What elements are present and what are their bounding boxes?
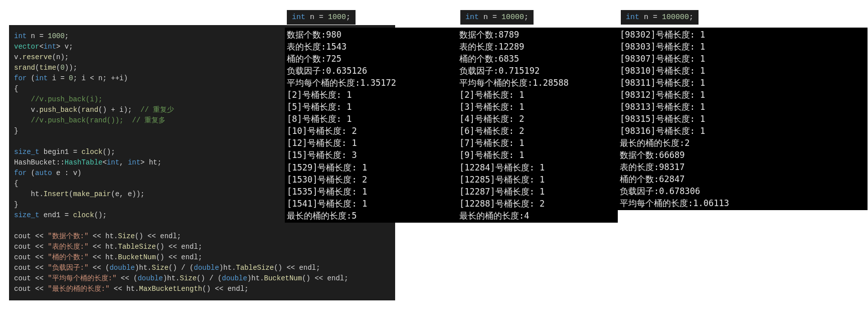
code-text: { bbox=[14, 180, 18, 188]
console-output-1000-bottom: [1529]号桶长度: 1 [1530]号桶长度: 2 [1535]号桶长度: … bbox=[285, 160, 457, 223]
code-text: ; bbox=[689, 13, 693, 22]
console-output-1000-top: 数据个数:980 表的长度:1543 桶的个数:725 负载因子:0.63512… bbox=[285, 28, 457, 162]
function: srand bbox=[14, 64, 35, 72]
code-text: << ht. bbox=[88, 253, 118, 261]
code-text: cout << bbox=[14, 274, 48, 282]
function: TableSize bbox=[236, 264, 274, 272]
function: Size bbox=[151, 264, 168, 272]
string-literal: "数据个数:" bbox=[48, 232, 88, 240]
function: BucketNum bbox=[118, 253, 156, 261]
type: HashTable bbox=[65, 158, 103, 166]
keyword: int bbox=[14, 32, 27, 40]
keyword: double bbox=[194, 264, 219, 272]
code-text: ; bbox=[65, 32, 69, 40]
code-text: HashBucket:: bbox=[14, 158, 65, 166]
keyword: auto bbox=[35, 169, 52, 177]
code-text: () / ( bbox=[168, 264, 194, 272]
string-literal: "桶的个数:" bbox=[48, 253, 88, 261]
code-text: << ht. bbox=[88, 232, 118, 240]
keyword: int bbox=[128, 158, 140, 166]
string-literal: "最长的桶的长度:" bbox=[48, 285, 109, 293]
type: vector bbox=[14, 43, 39, 51]
code-text: cout << bbox=[14, 264, 48, 272]
code-text: < bbox=[39, 43, 43, 51]
number-literal: 100000 bbox=[662, 13, 689, 22]
code-text: > ht; bbox=[140, 158, 161, 166]
console-output-10000-bottom: [12284]号桶长度: 1 [12285]号桶长度: 1 [12287]号桶长… bbox=[457, 160, 618, 223]
number-literal: 10000 bbox=[501, 13, 524, 22]
keyword: double bbox=[109, 264, 134, 272]
keyword: int bbox=[44, 43, 56, 51]
code-text: (e, e)); bbox=[111, 190, 144, 198]
code-text: )ht. bbox=[135, 264, 152, 272]
function: make_pair bbox=[73, 190, 111, 198]
code-snippet-n1000: int n = 1000; bbox=[287, 10, 356, 25]
code-text: )ht. bbox=[247, 274, 264, 282]
function: push_back bbox=[39, 106, 77, 114]
code-text: cout << bbox=[14, 232, 48, 240]
code-text: } bbox=[14, 127, 18, 135]
type: size_t bbox=[14, 211, 39, 219]
function: clock bbox=[73, 211, 94, 219]
keyword: int bbox=[465, 13, 479, 22]
keyword: for bbox=[14, 169, 27, 177]
type: size_t bbox=[14, 148, 39, 156]
comment: //v.push_back(i); bbox=[14, 95, 102, 103]
console-output-10000-top: 数据个数:8789 表的长度:12289 桶的个数:6835 负载因子:0.71… bbox=[457, 28, 618, 162]
code-text: () << endl; bbox=[135, 232, 181, 240]
code-text: (); bbox=[102, 148, 115, 156]
keyword: int bbox=[292, 13, 305, 22]
function: clock bbox=[81, 148, 102, 156]
comment: //v.push_back(rand()); // 重复多 bbox=[14, 116, 165, 124]
code-text: ( bbox=[69, 190, 73, 198]
keyword: double bbox=[137, 274, 162, 282]
function: rand bbox=[81, 106, 98, 114]
code-text: n = bbox=[479, 13, 501, 22]
string-literal: "表的长度:" bbox=[48, 243, 88, 251]
function: reserve bbox=[23, 53, 52, 61]
number-literal: 1000 bbox=[48, 32, 65, 40]
keyword: int bbox=[626, 13, 639, 22]
code-text: n = bbox=[639, 13, 662, 22]
function: Size bbox=[118, 232, 135, 240]
code-text: )ht. bbox=[219, 264, 236, 272]
code-text: n = bbox=[305, 13, 328, 22]
code-text: . bbox=[18, 53, 22, 61]
code-text: cout << bbox=[14, 253, 48, 261]
code-text: e : v) bbox=[52, 169, 82, 177]
code-text: ; bbox=[524, 13, 529, 22]
code-text: () << endl; bbox=[156, 253, 202, 261]
code-text: << ht. bbox=[109, 285, 139, 293]
code-text: } bbox=[14, 201, 18, 209]
function: time bbox=[39, 64, 56, 72]
function: Insert bbox=[44, 190, 69, 198]
code-text: n = bbox=[27, 32, 48, 40]
code-text: { bbox=[14, 85, 18, 93]
code-text: begin1 = bbox=[39, 148, 81, 156]
number-literal: 0 bbox=[60, 64, 64, 72]
code-text: () << endl; bbox=[156, 243, 202, 251]
code-text: () + i); bbox=[98, 106, 140, 114]
function: BucketNum bbox=[264, 274, 302, 282]
code-text: cout << bbox=[14, 285, 48, 293]
code-text: () / ( bbox=[197, 274, 222, 282]
code-text: ; i < n; ++i) bbox=[73, 74, 128, 82]
code-text: v. bbox=[14, 106, 39, 114]
code-text: << ( bbox=[88, 264, 109, 272]
code-text: () << endl; bbox=[202, 285, 248, 293]
function: Size bbox=[180, 274, 197, 282]
code-snippet-n100000: int n = 100000; bbox=[621, 10, 699, 25]
code-text: () << endl; bbox=[302, 274, 348, 282]
code-text: ( bbox=[27, 169, 35, 177]
comment: // 重复少 bbox=[140, 106, 174, 114]
code-text: cout << bbox=[14, 243, 48, 251]
code-text: , bbox=[119, 158, 128, 166]
keyword: int bbox=[35, 74, 48, 82]
code-text: () << endl; bbox=[274, 264, 320, 272]
string-literal: "平均每个桶的长度:" bbox=[48, 274, 116, 282]
function: TableSize bbox=[118, 243, 156, 251]
code-text: i = bbox=[48, 74, 69, 82]
code-text: < bbox=[102, 158, 106, 166]
console-output-100000: [98302]号桶长度: 1 [98303]号桶长度: 1 [98307]号桶长… bbox=[618, 28, 867, 210]
code-text: ; bbox=[346, 13, 351, 22]
